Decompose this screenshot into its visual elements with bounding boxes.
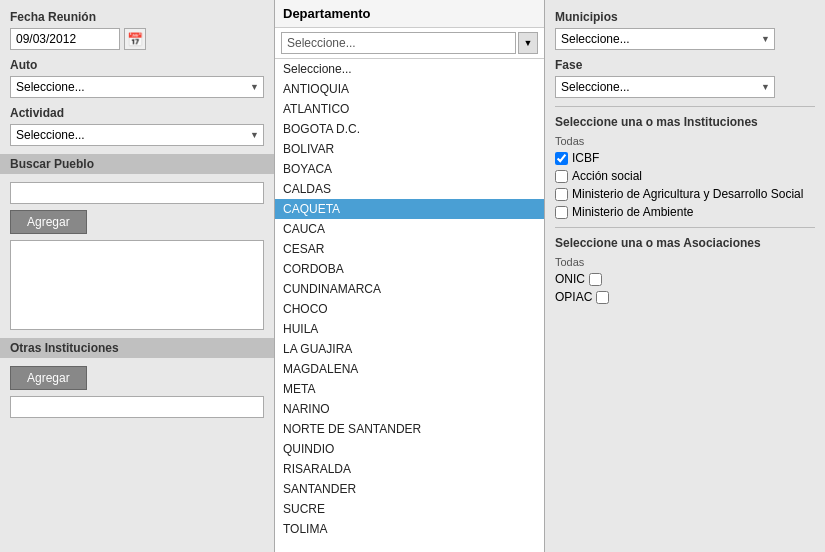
actividad-label: Actividad	[10, 106, 264, 120]
dept-item[interactable]: NORTE DE SANTANDER	[275, 419, 544, 439]
assoc-items-container: ONICOPIAC	[555, 272, 815, 304]
right-panel: Municipios Seleccione... Fase Seleccione…	[545, 0, 825, 552]
inst-item-label: Ministerio de Agricultura y Desarrollo S…	[572, 187, 803, 201]
buscar-pueblo-section: Buscar Pueblo	[0, 154, 274, 174]
agregar-button-2[interactable]: Agregar	[10, 366, 87, 390]
fase-label: Fase	[555, 58, 815, 72]
assoc-section-label: Seleccione una o mas Asociaciones	[555, 236, 815, 250]
inst-item-label: ICBF	[572, 151, 599, 165]
dept-item[interactable]: LA GUAJIRA	[275, 339, 544, 359]
agregar-button-1[interactable]: Agregar	[10, 210, 87, 234]
municipios-label: Municipios	[555, 10, 815, 24]
inst-items-container: ICBFAcción socialMinisterio de Agricultu…	[555, 151, 815, 219]
dept-item[interactable]: META	[275, 379, 544, 399]
dept-item[interactable]: CUNDINAMARCA	[275, 279, 544, 299]
inst-item: ICBF	[555, 151, 815, 165]
instituciones-section: Seleccione una o mas Instituciones Todas…	[555, 106, 815, 227]
pueblo-list-box	[10, 240, 264, 330]
dept-item[interactable]: CHOCO	[275, 299, 544, 319]
assoc-checkbox[interactable]	[589, 273, 602, 286]
dept-item[interactable]: CAQUETA	[275, 199, 544, 219]
municipios-section: Municipios Seleccione...	[555, 10, 815, 50]
assoc-checkbox[interactable]	[596, 291, 609, 304]
assoc-item: ONIC	[555, 272, 815, 286]
otras-inst-input[interactable]	[10, 396, 264, 418]
left-panel: Fecha Reunión 📅 Auto Seleccione... Activ…	[0, 0, 275, 552]
inst-checkbox[interactable]	[555, 206, 568, 219]
actividad-select[interactable]: Seleccione...	[10, 124, 264, 146]
assoc-all: Todas	[555, 256, 815, 268]
dept-item[interactable]: SANTANDER	[275, 479, 544, 499]
dept-item[interactable]: ANTIOQUIA	[275, 79, 544, 99]
dept-item[interactable]: BOGOTA D.C.	[275, 119, 544, 139]
dept-item[interactable]: CORDOBA	[275, 259, 544, 279]
actividad-select-wrapper: Seleccione...	[10, 124, 264, 146]
dept-item[interactable]: SUCRE	[275, 499, 544, 519]
assoc-item: OPIAC	[555, 290, 815, 304]
dept-item[interactable]: ATLANTICO	[275, 99, 544, 119]
dept-item[interactable]: HUILA	[275, 319, 544, 339]
dept-item[interactable]: VALLE DEL CAUCA	[275, 539, 544, 541]
dept-item[interactable]: QUINDIO	[275, 439, 544, 459]
dept-item[interactable]: MAGDALENA	[275, 359, 544, 379]
center-panel: Departamento ▼ Seleccione...ANTIOQUIAATL…	[275, 0, 545, 552]
municipios-select[interactable]: Seleccione...	[555, 28, 775, 50]
asociaciones-section: Seleccione una o mas Asociaciones Todas …	[555, 227, 815, 312]
dept-item[interactable]: BOYACA	[275, 159, 544, 179]
inst-item: Ministerio de Ambiente	[555, 205, 815, 219]
dept-header: Departamento	[275, 0, 544, 28]
auto-label: Auto	[10, 58, 264, 72]
dept-item[interactable]: CAUCA	[275, 219, 544, 239]
dept-item[interactable]: RISARALDA	[275, 459, 544, 479]
otras-inst-section: Otras Instituciones	[0, 338, 274, 358]
inst-item: Ministerio de Agricultura y Desarrollo S…	[555, 187, 815, 201]
municipios-select-wrapper: Seleccione...	[555, 28, 775, 50]
fase-section: Fase Seleccione...	[555, 58, 815, 98]
dept-list: Seleccione...ANTIOQUIAATLANTICOBOGOTA D.…	[275, 59, 544, 541]
fecha-label: Fecha Reunión	[10, 10, 264, 24]
dept-item[interactable]: CESAR	[275, 239, 544, 259]
inst-item: Acción social	[555, 169, 815, 183]
fase-select[interactable]: Seleccione...	[555, 76, 775, 98]
dept-item[interactable]: BOLIVAR	[275, 139, 544, 159]
inst-item-label: Ministerio de Ambiente	[572, 205, 693, 219]
fase-select-wrapper: Seleccione...	[555, 76, 775, 98]
auto-select[interactable]: Seleccione...	[10, 76, 264, 98]
dept-item[interactable]: TOLIMA	[275, 519, 544, 539]
dept-dropdown-arrow[interactable]: ▼	[518, 32, 538, 54]
dept-item[interactable]: Seleccione...	[275, 59, 544, 79]
inst-section-label: Seleccione una o mas Instituciones	[555, 115, 815, 129]
assoc-item-label: OPIAC	[555, 290, 592, 304]
buscar-pueblo-input[interactable]	[10, 182, 264, 204]
dept-search-input[interactable]	[281, 32, 516, 54]
inst-checkbox[interactable]	[555, 170, 568, 183]
calendar-button[interactable]: 📅	[124, 28, 146, 50]
dept-item[interactable]: NARINO	[275, 399, 544, 419]
inst-item-label: Acción social	[572, 169, 642, 183]
dept-item[interactable]: CALDAS	[275, 179, 544, 199]
inst-all: Todas	[555, 135, 815, 147]
inst-checkbox[interactable]	[555, 188, 568, 201]
assoc-item-label: ONIC	[555, 272, 585, 286]
auto-select-wrapper: Seleccione...	[10, 76, 264, 98]
fecha-input[interactable]	[10, 28, 120, 50]
inst-checkbox[interactable]	[555, 152, 568, 165]
dept-select-row: ▼	[275, 28, 544, 59]
